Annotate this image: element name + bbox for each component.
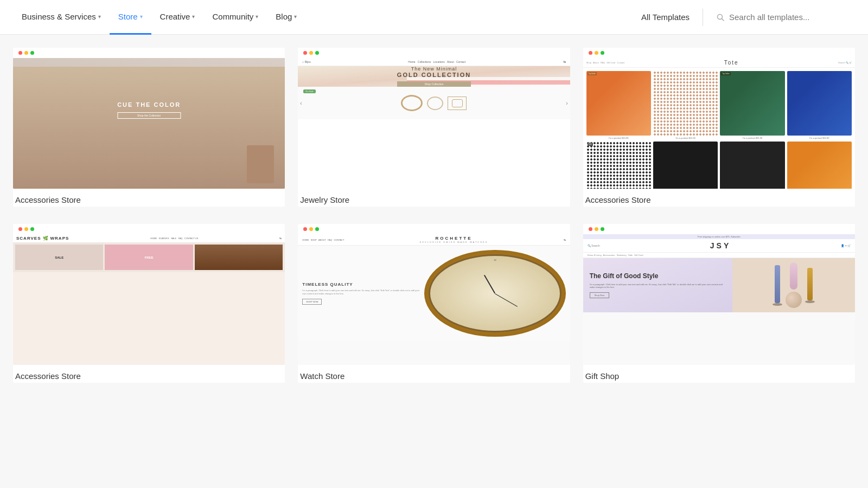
candle-body-pink: [790, 262, 797, 290]
product-image: [787, 71, 852, 136]
tote-product: I'm a product $15.00: [787, 142, 852, 189]
thumb-content: Shop About FAQ Gift Card Contact Tote Se…: [583, 58, 855, 189]
nav-item-community[interactable]: Community ▾: [203, 0, 267, 35]
rochette-text: TIMELESS QUALITY I'm a paragraph. Click …: [302, 282, 420, 305]
scarves-menu: HOME SCARVES SALE FAQ CONTACT US: [150, 237, 198, 240]
sphere-decoration: [786, 292, 802, 308]
candle-stand-gold: [805, 300, 815, 303]
template-card[interactable]: HOME SHOP ABOUT FAQ CONTACT ROCHETTE EXC…: [298, 224, 570, 383]
main-content: Shop All Our Story Our Craft Gift Card C…: [0, 35, 868, 404]
sale-badge: Top Seller: [588, 72, 597, 75]
nav-item-business[interactable]: Business & Services ▾: [13, 0, 110, 35]
template-card[interactable]: Free shipping on orders over $75. Subscr…: [583, 224, 855, 383]
rochette-logo-text: ROCHETTE: [344, 236, 563, 241]
nav-label-community: Community: [212, 12, 253, 21]
candle-body-gold: [807, 268, 813, 300]
tote-logo: Tote: [724, 60, 739, 66]
rochette-body: I'm a paragraph. Click here to add your …: [302, 289, 420, 295]
candle-blue: [773, 265, 782, 306]
template-thumbnail: SCARVES🌿WRAPS HOME SCARVES SALE FAQ CONT…: [13, 224, 285, 365]
template-card[interactable]: SCARVES🌿WRAPS HOME SCARVES SALE FAQ CONT…: [13, 224, 285, 383]
template-label: Accessories Store: [13, 365, 285, 383]
watch-hour-hand: [484, 275, 495, 293]
bijou-necklace: [427, 97, 443, 110]
main-nav: Business & Services ▾ Store ▾ Creative ▾…: [0, 0, 868, 35]
watch-minute-hand: [495, 293, 518, 307]
jsy-content: The Gift of Good Style I'm a paragraph. …: [583, 258, 855, 312]
candle-body: [775, 265, 780, 303]
nav-item-creative[interactable]: Creative ▾: [151, 0, 204, 35]
candle-stand: [773, 303, 782, 306]
nav-divider: [703, 9, 703, 26]
chevron-down-icon: ▾: [294, 14, 297, 20]
search-input-wrap: [710, 12, 855, 22]
tote-product: I'm a product $15.00: [653, 142, 718, 189]
template-label: Accessories Store: [583, 189, 855, 207]
dot-red: [303, 51, 307, 55]
jsy-subnav-items: Home & Living Accessories Stationery Sal…: [588, 254, 643, 256]
tote-product: I'm a product $15.00: [720, 142, 784, 189]
chevron-down-icon: ▾: [192, 14, 195, 20]
template-card[interactable]: ⟐ Bijou Home Collections Locations About…: [298, 48, 570, 207]
jsy-cart: 👤 ▾ 🛒: [841, 244, 851, 247]
bijou-subtitle: The New Minimal: [397, 66, 471, 72]
scarves-free-tile: FREE: [105, 245, 193, 270]
bijou-title: GOLD COLLECTION: [397, 72, 471, 78]
dot-red: [589, 227, 592, 231]
product-image: Sale: [586, 142, 651, 189]
jsy-subnav: Home & Living Accessories Stationery Sal…: [583, 253, 855, 258]
product-image: Top Seller: [586, 71, 651, 136]
chevron-down-icon: ▾: [256, 14, 258, 20]
window-bar: [583, 48, 855, 58]
jsy-inner: Free shipping on orders over $75. Subscr…: [583, 234, 855, 312]
thumb-content: Shop All Our Story Our Craft Gift Card C…: [13, 58, 285, 189]
template-thumbnail: ⟐ Bijou Home Collections Locations About…: [298, 48, 570, 189]
adalene-bag: [247, 145, 274, 183]
tote-products: Top Seller I'm a product $15.00 I'm a pr…: [583, 68, 855, 189]
watch-12: 12: [494, 259, 496, 261]
rochette-tagline: EXCLUSIVE SWISS MADE WATCHES: [344, 241, 563, 243]
search-input[interactable]: [729, 12, 848, 22]
bijou-inner: ⟐ Bijou Home Collections Locations About…: [298, 58, 570, 119]
product-image: Top Seller: [720, 71, 784, 136]
template-card[interactable]: Shop About FAQ Gift Card Contact Tote Se…: [583, 48, 855, 207]
scarves-inner: SCARVES🌿WRAPS HOME SCARVES SALE FAQ CONT…: [13, 234, 285, 272]
bijou-bracelet: [448, 97, 467, 110]
tote-product: Sale I'm a product $15.00: [586, 142, 651, 189]
all-templates-link[interactable]: All Templates: [635, 12, 696, 22]
window-bar: [298, 48, 570, 58]
jsy-left-panel: The Gift of Good Style I'm a paragraph. …: [583, 258, 733, 312]
tote-product: I'm a product $15.00: [787, 71, 852, 139]
rochette-nav: HOME SHOP ABOUT FAQ CONTACT ROCHETTE EXC…: [298, 234, 570, 246]
template-grid: Shop All Our Story Our Craft Gift Card C…: [13, 48, 855, 383]
jsy-body: I'm a paragraph. Click here to add your …: [590, 283, 726, 289]
nav-label-business: Business & Services: [22, 12, 96, 21]
rochette-cart: 🛍: [564, 239, 566, 241]
template-thumbnail: Shop All Our Story Our Craft Gift Card C…: [13, 48, 285, 189]
jsy-nav: 🔍 Search JSY 👤 ▾ 🛒: [583, 239, 855, 253]
candle-sphere-group: [786, 262, 802, 308]
dot-red: [303, 227, 307, 231]
template-label: Accessories Store: [13, 189, 285, 207]
template-thumbnail: HOME SHOP ABOUT FAQ CONTACT ROCHETTE EXC…: [298, 224, 570, 365]
template-card[interactable]: Shop All Our Story Our Craft Gift Card C…: [13, 48, 285, 207]
chevron-down-icon: ▾: [140, 14, 143, 20]
template-label: Watch Store: [298, 365, 570, 383]
template-label: Gift Shop: [583, 365, 855, 383]
nav-item-blog[interactable]: Blog ▾: [267, 0, 305, 35]
sale-badge: Top Seller: [721, 72, 730, 75]
tote-product: Top Seller I'm a product $15.00: [720, 71, 784, 139]
jsy-logo: JSY: [710, 241, 731, 250]
window-bar: [13, 48, 285, 58]
rochette-inner: HOME SHOP ABOUT FAQ CONTACT ROCHETTE EXC…: [298, 234, 570, 341]
sale-badge: Sale: [588, 143, 593, 146]
nav-label-blog: Blog: [276, 12, 292, 21]
adalene-inner: Shop All Our Story Our Craft Gift Card C…: [13, 58, 285, 189]
jsy-cta: Shop Now: [590, 292, 609, 298]
jsy-promo-text: Free shipping on orders over $75. Subscr…: [698, 235, 741, 238]
thumb-content: Free shipping on orders over $75. Subscr…: [583, 234, 855, 312]
window-bar: [298, 224, 570, 234]
dot-yellow: [309, 227, 313, 231]
nav-item-store[interactable]: Store ▾: [110, 0, 151, 35]
tote-actions: Search 🔍 🛒: [838, 61, 852, 64]
